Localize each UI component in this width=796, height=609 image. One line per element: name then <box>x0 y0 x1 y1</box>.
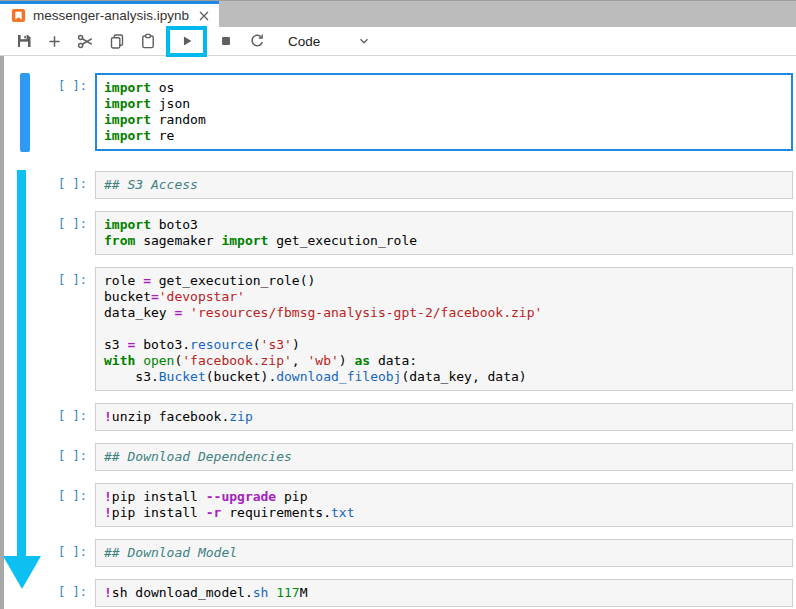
code-line: !pip install --upgrade pip <box>104 489 784 505</box>
code-line: ## S3 Access <box>104 177 784 193</box>
scroll-annotation-arrow-shaft <box>17 170 26 557</box>
cell-prompt: [ ]: <box>0 171 95 199</box>
cell-editor[interactable]: ## Download Model <box>95 539 793 567</box>
run-highlight-box <box>166 26 207 57</box>
cell-prompt: [ ]: <box>0 267 95 391</box>
cut-button[interactable] <box>70 27 101 55</box>
code-line: bucket='devopstar' <box>104 289 784 305</box>
cell-prompt: [ ]: <box>0 403 95 431</box>
cells: [ ]:import osimport jsonimport randomimp… <box>0 57 796 609</box>
selected-cell-bar <box>20 73 30 152</box>
code-line: from sagemaker import get_execution_role <box>104 233 784 249</box>
restart-kernel-button[interactable] <box>241 27 272 55</box>
run-button[interactable] <box>180 34 194 48</box>
cell-editor[interactable]: !unzip facebook.zip <box>95 403 793 431</box>
scissors-icon <box>77 33 94 50</box>
add-cell-button[interactable] <box>39 27 70 55</box>
code-line: import os <box>104 80 784 96</box>
code-line: with open('facebook.zip', 'wb') as data: <box>104 353 784 369</box>
code-line: import re <box>104 128 784 144</box>
cell-prompt: [ ]: <box>0 483 95 527</box>
notebook-cell: [ ]:## Download Dependencies <box>0 443 793 471</box>
notebook-cell: [ ]:## S3 Access <box>0 171 793 199</box>
play-icon <box>180 34 194 48</box>
tab-messenger-analysis[interactable]: messenger-analysis.ipynb <box>0 1 219 27</box>
notebook-file-icon <box>11 8 26 23</box>
notebook-cell: [ ]:!sh download_model.sh 117M <box>0 579 793 607</box>
code-line: import json <box>104 96 784 112</box>
plus-icon <box>47 34 62 49</box>
paste-icon <box>140 33 156 49</box>
restart-icon <box>249 33 265 49</box>
cell-editor[interactable]: ## Download Dependencies <box>95 443 793 471</box>
notebook-toolbar: Code <box>0 27 796 56</box>
cell-editor[interactable]: ## S3 Access <box>95 171 793 199</box>
notebook-cell: [ ]:!pip install --upgrade pip!pip insta… <box>0 483 793 527</box>
code-line: role = get_execution_role() <box>104 273 784 289</box>
cell-editor[interactable]: import boto3from sagemaker import get_ex… <box>95 211 793 255</box>
code-line: ## Download Model <box>104 545 784 561</box>
cell-prompt: [ ]: <box>0 73 95 151</box>
notebook-cell: [ ]:## Download Model <box>0 539 793 567</box>
tab-bar: messenger-analysis.ipynb <box>0 0 796 27</box>
stop-button[interactable] <box>210 27 241 55</box>
cell-editor[interactable]: import osimport jsonimport randomimport … <box>95 73 793 151</box>
code-line <box>104 321 784 337</box>
code-line: import random <box>104 112 784 128</box>
close-icon[interactable] <box>196 8 212 24</box>
chevron-down-icon[interactable] <box>357 34 371 48</box>
copy-button[interactable] <box>101 27 132 55</box>
copy-icon <box>109 33 125 49</box>
tab-title: messenger-analysis.ipynb <box>33 8 189 23</box>
paste-button[interactable] <box>132 27 163 55</box>
code-line: s3 = boto3.resource('s3') <box>104 337 784 353</box>
cell-type-dropdown[interactable]: Code <box>288 34 320 49</box>
cell-editor[interactable]: !sh download_model.sh 117M <box>95 579 793 607</box>
code-line: !unzip facebook.zip <box>104 409 784 425</box>
code-line: !pip install -r requirements.txt <box>104 505 784 521</box>
notebook-cell: [ ]:role = get_execution_role()bucket='d… <box>0 267 793 391</box>
cell-editor[interactable]: !pip install --upgrade pip!pip install -… <box>95 483 793 527</box>
cell-prompt: [ ]: <box>0 443 95 471</box>
code-line: ## Download Dependencies <box>104 449 784 465</box>
notebook-cell: [ ]:import boto3from sagemaker import ge… <box>0 211 793 255</box>
save-button[interactable] <box>8 27 39 55</box>
cell-prompt: [ ]: <box>0 211 95 255</box>
notebook-cell: [ ]:!unzip facebook.zip <box>0 403 793 431</box>
cell-editor[interactable]: role = get_execution_role()bucket='devop… <box>95 267 793 391</box>
code-line: import boto3 <box>104 217 784 233</box>
save-icon <box>16 33 32 49</box>
code-line: data_key = 'resources/fbmsg-analysis-gpt… <box>104 305 784 321</box>
code-line: !sh download_model.sh 117M <box>104 585 784 601</box>
notebook-cell: [ ]:import osimport jsonimport randomimp… <box>0 73 793 151</box>
scroll-annotation-arrow-head <box>3 556 41 589</box>
stop-icon <box>219 34 233 48</box>
code-line: s3.Bucket(bucket).download_fileobj(data_… <box>104 369 784 385</box>
